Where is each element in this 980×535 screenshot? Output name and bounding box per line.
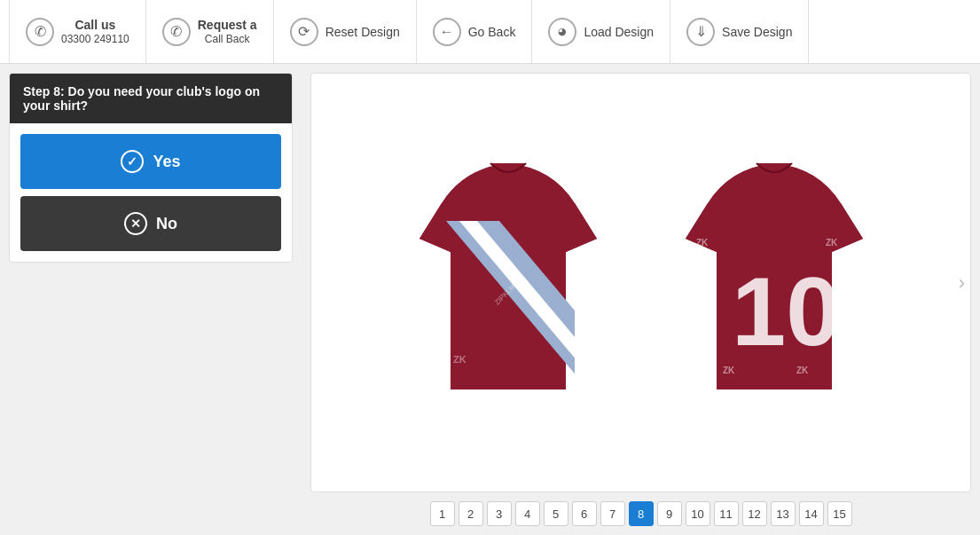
right-arrow-icon[interactable]: › xyxy=(959,271,965,295)
yes-icon: ✓ xyxy=(121,150,144,173)
svg-text:ZK: ZK xyxy=(723,366,735,375)
yes-button[interactable]: ✓ Yes xyxy=(20,134,281,189)
save-button[interactable]: ⇓ Save Design xyxy=(670,0,809,63)
canvas-area: ZK ZIPKLM 10 ZK ZK ZK xyxy=(302,64,980,535)
toolbar: ✆ Call us 03300 249110 ✆ Request a Call … xyxy=(0,0,980,64)
page-btn-2[interactable]: 2 xyxy=(459,501,483,526)
no-label: No xyxy=(156,215,177,233)
load-button[interactable]: ◕ Load Design xyxy=(532,0,670,63)
load-label: Load Design xyxy=(584,25,654,39)
goback-label: Go Back xyxy=(468,25,516,39)
page-btn-7[interactable]: 7 xyxy=(600,501,625,526)
page-btn-13[interactable]: 13 xyxy=(771,501,796,526)
call-number: 03300 249110 xyxy=(61,33,129,47)
call-label: Call us xyxy=(61,17,129,33)
load-icon: ◕ xyxy=(548,18,576,46)
reset-button[interactable]: ⟳ Reset Design xyxy=(274,0,417,63)
svg-text:ZK: ZK xyxy=(696,238,709,248)
step-options: ✓ Yes ✕ No xyxy=(10,123,292,262)
page-btn-10[interactable]: 10 xyxy=(686,501,710,526)
svg-text:ZK: ZK xyxy=(796,366,809,375)
no-button[interactable]: ✕ No xyxy=(20,196,281,251)
page-btn-5[interactable]: 5 xyxy=(544,501,568,526)
svg-text:ZK: ZK xyxy=(826,238,838,248)
no-icon: ✕ xyxy=(124,212,147,235)
reset-label: Reset Design xyxy=(325,25,400,39)
main-area: Step 8: Do you need your club's logo on … xyxy=(0,64,980,535)
page-btn-9[interactable]: 9 xyxy=(657,501,682,526)
page-btn-4[interactable]: 4 xyxy=(515,501,540,526)
page-btn-14[interactable]: 14 xyxy=(799,501,824,526)
phone2-icon: ✆ xyxy=(162,18,191,46)
page-btn-8[interactable]: 8 xyxy=(629,501,654,526)
pagination: 123456789101112131415 xyxy=(430,501,852,526)
yes-label: Yes xyxy=(153,153,180,171)
reset-icon: ⟳ xyxy=(290,18,318,46)
step-box: Step 8: Do you need your club's logo on … xyxy=(9,73,293,263)
page-btn-6[interactable]: 6 xyxy=(572,501,597,526)
save-icon: ⇓ xyxy=(686,18,715,46)
back-shirt: 10 ZK ZK ZK ZK xyxy=(659,150,890,416)
back-icon: ← xyxy=(433,18,461,46)
front-shirt: ZK ZIPKLM xyxy=(393,150,623,416)
callback-button[interactable]: ✆ Request a Call Back xyxy=(146,0,274,63)
page-btn-3[interactable]: 3 xyxy=(487,501,512,526)
page-btn-11[interactable]: 11 xyxy=(714,501,739,526)
goback-button[interactable]: ← Go Back xyxy=(417,0,533,63)
svg-text:ZK: ZK xyxy=(453,354,466,365)
page-btn-15[interactable]: 15 xyxy=(827,501,852,526)
callback-label: Request a xyxy=(198,17,257,33)
left-panel: Step 8: Do you need your club's logo on … xyxy=(0,64,302,535)
svg-text:10: 10 xyxy=(732,256,840,366)
shirt-display: ZK ZIPKLM 10 ZK ZK ZK xyxy=(310,73,971,492)
call-button[interactable]: ✆ Call us 03300 249110 xyxy=(9,0,146,63)
phone-icon: ✆ xyxy=(26,18,54,46)
page-btn-12[interactable]: 12 xyxy=(742,501,767,526)
save-label: Save Design xyxy=(722,25,792,39)
step-header: Step 8: Do you need your club's logo on … xyxy=(10,74,292,123)
page-btn-1[interactable]: 1 xyxy=(430,501,455,526)
callback-label2: Call Back xyxy=(198,33,257,47)
